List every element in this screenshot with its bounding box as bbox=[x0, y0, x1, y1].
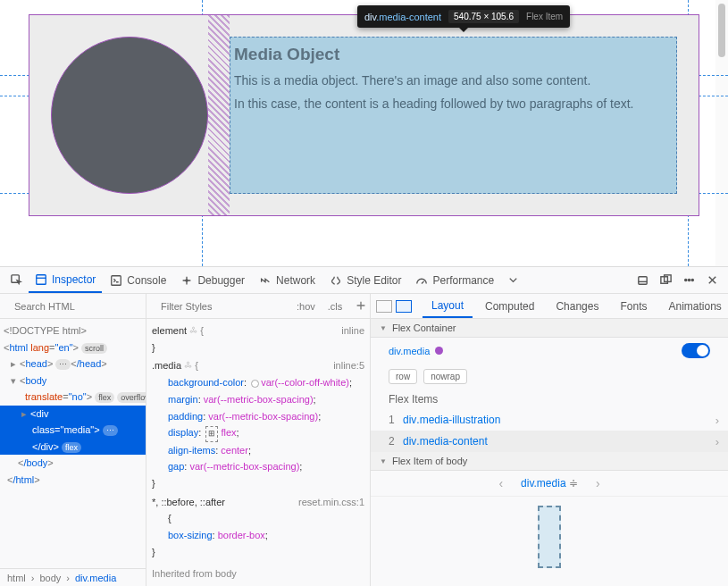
subtab-changes[interactable]: Changes bbox=[547, 294, 607, 318]
more-tabs-button[interactable] bbox=[502, 267, 523, 293]
inspector-tooltip: div.media-content 540.75 × 105.6 Flex It… bbox=[357, 5, 570, 28]
viewport-scrollbar[interactable] bbox=[715, 0, 728, 266]
cls-button[interactable]: .cls bbox=[324, 299, 347, 314]
breadcrumbs[interactable]: html›body›div.media bbox=[0, 568, 146, 586]
tab-network[interactable]: Network bbox=[253, 267, 322, 293]
search-html-input[interactable] bbox=[11, 297, 141, 315]
rule-element: element {inline } bbox=[152, 322, 364, 356]
subtab-layout[interactable]: Layout bbox=[423, 294, 473, 318]
svg-point-21 bbox=[187, 363, 188, 364]
tooltip-dimensions: 540.75 × 105.6 bbox=[448, 10, 519, 23]
flex-wrap-chip: nowrap bbox=[423, 369, 467, 384]
tab-debugger[interactable]: Debugger bbox=[174, 267, 251, 293]
media-heading: Media Object bbox=[234, 45, 673, 64]
tab-performance[interactable]: Performance bbox=[409, 267, 500, 293]
svg-point-11 bbox=[691, 279, 693, 280]
rule-media: .media {inline:5 background-color: var(-… bbox=[152, 357, 364, 491]
svg-point-20 bbox=[195, 331, 197, 332]
flex-item-row[interactable]: 1div.media-illustration› bbox=[371, 409, 728, 431]
media-illustration[interactable] bbox=[51, 37, 208, 194]
markup-tree[interactable]: <!DOCTYPE html> <html lang="en">scroll ▸… bbox=[0, 319, 146, 568]
subtab-computed[interactable]: Computed bbox=[476, 294, 543, 318]
svg-point-10 bbox=[688, 279, 690, 280]
svg-point-18 bbox=[193, 327, 195, 329]
filter-styles-input[interactable] bbox=[157, 297, 288, 315]
svg-point-9 bbox=[684, 279, 686, 280]
subtab-fonts[interactable]: Fonts bbox=[611, 294, 656, 318]
media-paragraph: In this case, the content is a heading f… bbox=[234, 96, 673, 111]
pseudo-hov-button[interactable]: :hov bbox=[293, 299, 319, 314]
section-flex-container[interactable]: Flex Container bbox=[371, 319, 728, 338]
pick-element-button[interactable] bbox=[5, 267, 27, 293]
svg-rect-1 bbox=[37, 274, 46, 284]
flex-item-row[interactable]: 2div.media-content› bbox=[371, 431, 728, 452]
section-flex-item[interactable]: Flex Item of body bbox=[371, 452, 728, 471]
new-rule-button[interactable] bbox=[351, 297, 371, 315]
svg-rect-5 bbox=[638, 277, 646, 284]
next-sibling-button[interactable]: › bbox=[596, 476, 600, 490]
tab-style-editor[interactable]: Style Editor bbox=[323, 267, 407, 293]
meatball-menu-button[interactable] bbox=[678, 267, 699, 293]
flex-direction-chip: row bbox=[389, 369, 417, 384]
pane-toggle[interactable] bbox=[376, 300, 412, 313]
svg-point-19 bbox=[190, 331, 192, 332]
rule-reset: *, ::before, ::afterreset.min.css:1 { bo… bbox=[152, 494, 364, 561]
rules-panel[interactable]: element {inline } .media {inline:5 backg… bbox=[146, 319, 370, 586]
tab-inspector[interactable]: Inspector bbox=[29, 267, 102, 293]
devtools-tabs: Inspector Console Debugger Network Style… bbox=[0, 267, 728, 294]
flex-items-label: Flex Items bbox=[371, 389, 728, 409]
media-content[interactable]: div.media-content 540.75 × 105.6 Flex It… bbox=[230, 37, 677, 194]
media-paragraph: This is a media object. There's an image… bbox=[234, 73, 673, 88]
flex-overlay-toggle[interactable] bbox=[682, 343, 710, 358]
subtab-animations[interactable]: Animations bbox=[659, 294, 728, 318]
svg-point-23 bbox=[189, 366, 191, 368]
close-devtools-button[interactable] bbox=[701, 267, 723, 293]
dock-button[interactable] bbox=[632, 267, 653, 293]
overlay-color-swatch[interactable] bbox=[435, 347, 443, 355]
separate-window-button[interactable] bbox=[655, 267, 676, 293]
prev-sibling-button[interactable]: ‹ bbox=[498, 476, 503, 490]
svg-point-22 bbox=[185, 366, 187, 368]
svg-point-4 bbox=[186, 279, 189, 282]
tab-console[interactable]: Console bbox=[104, 267, 172, 293]
selected-node: ▸<div bbox=[0, 406, 146, 423]
flex-item-diagram bbox=[538, 506, 561, 568]
media-object[interactable]: div.media-content 540.75 × 105.6 Flex It… bbox=[29, 14, 699, 216]
